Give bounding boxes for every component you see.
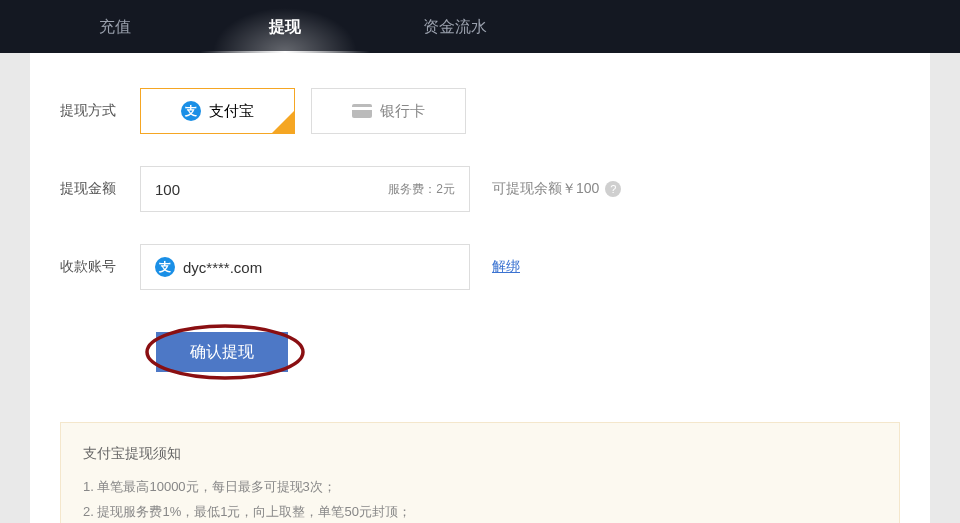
label-amount: 提现金额 xyxy=(60,180,140,198)
notice-item: 2. 提现服务费1%，最低1元，向上取整，单笔50元封顶； xyxy=(83,500,877,523)
notice-list: 1. 单笔最高10000元，每日最多可提现3次； 2. 提现服务费1%，最低1元… xyxy=(83,475,877,523)
balance-info: 可提现余额￥100 ? xyxy=(492,180,621,198)
tab-withdraw[interactable]: 提现 xyxy=(200,0,370,53)
help-icon[interactable]: ? xyxy=(605,181,621,197)
tab-recharge[interactable]: 充值 xyxy=(30,0,200,53)
notice-item: 1. 单笔最高10000元，每日最多可提现3次； xyxy=(83,475,877,500)
alipay-icon: 支 xyxy=(181,101,201,121)
svg-text:支: 支 xyxy=(158,260,171,274)
submit-wrap: 确认提现 xyxy=(140,322,310,382)
fee-text: 服务费：2元 xyxy=(388,181,455,198)
top-tabs: 充值 提现 资金流水 xyxy=(0,0,960,53)
method-alipay[interactable]: 支 支付宝 xyxy=(140,88,295,134)
account-box: 支 dyc****.com xyxy=(140,244,470,290)
row-method: 提现方式 支 支付宝 银行卡 xyxy=(60,88,900,134)
method-bank[interactable]: 银行卡 xyxy=(311,88,466,134)
label-account: 收款账号 xyxy=(60,258,140,276)
amount-box: 服务费：2元 xyxy=(140,166,470,212)
row-account: 收款账号 支 dyc****.com 解绑 xyxy=(60,244,900,290)
balance-text: 可提现余额￥100 xyxy=(492,180,599,198)
account-text: dyc****.com xyxy=(183,259,262,276)
svg-rect-2 xyxy=(352,104,372,118)
withdraw-panel: 提现方式 支 支付宝 银行卡 提现金额 服务费：2元 可提现余额￥100 ? 收… xyxy=(30,53,930,523)
tab-flow[interactable]: 资金流水 xyxy=(370,0,540,53)
label-method: 提现方式 xyxy=(60,102,140,120)
confirm-withdraw-button[interactable]: 确认提现 xyxy=(156,332,288,372)
method-alipay-label: 支付宝 xyxy=(209,102,254,121)
row-amount: 提现金额 服务费：2元 可提现余额￥100 ? xyxy=(60,166,900,212)
svg-rect-3 xyxy=(352,107,372,110)
alipay-icon: 支 xyxy=(155,257,175,277)
bank-card-icon xyxy=(352,104,372,118)
amount-input[interactable] xyxy=(155,181,275,198)
unbind-link[interactable]: 解绑 xyxy=(492,258,520,276)
notice-title: 支付宝提现须知 xyxy=(83,445,877,463)
notice-box: 支付宝提现须知 1. 单笔最高10000元，每日最多可提现3次； 2. 提现服务… xyxy=(60,422,900,523)
method-bank-label: 银行卡 xyxy=(380,102,425,121)
svg-text:支: 支 xyxy=(184,104,197,118)
